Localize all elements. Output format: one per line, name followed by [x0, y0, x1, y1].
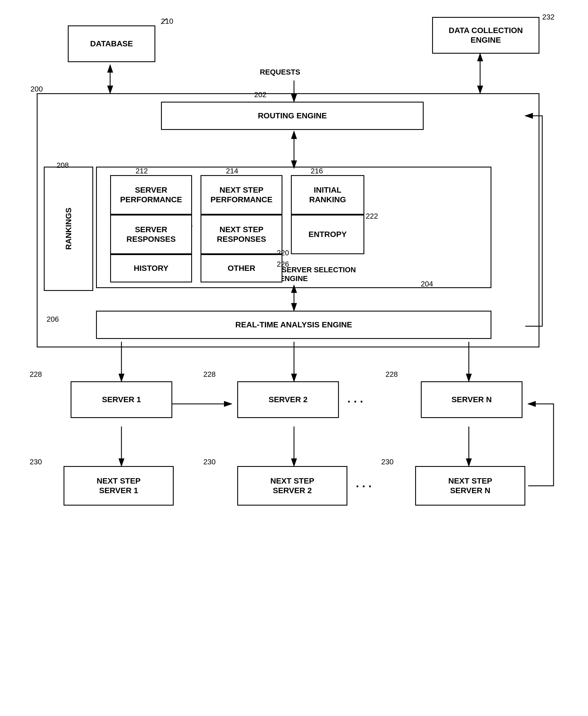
- ref-222: 222: [366, 212, 378, 220]
- ref-212: 212: [135, 167, 148, 175]
- ref-232: 232: [542, 13, 554, 21]
- ref-228c: 228: [385, 370, 398, 379]
- next-step-performance-box: NEXT STEPPERFORMANCE: [201, 175, 282, 215]
- entropy-box: ENTROPY: [291, 215, 364, 254]
- server2-box: SERVER 2: [237, 381, 339, 418]
- dots2: · · ·: [356, 480, 372, 493]
- ref-200: 200: [30, 85, 43, 93]
- diagram: 200 DATABASE 210 DATA COLLECTIONENGINE 2…: [0, 0, 588, 716]
- ref-202: 202: [254, 90, 266, 99]
- ref-230b: 230: [203, 458, 215, 466]
- next-step-serverN-box: NEXT STEPSERVER N: [415, 466, 525, 506]
- ref-230a: 230: [30, 458, 42, 466]
- ref-204: 204: [421, 280, 433, 288]
- database-box: DATABASE: [68, 25, 155, 62]
- ref-208: 208: [57, 161, 69, 170]
- data-collection-engine-box: DATA COLLECTIONENGINE: [432, 17, 540, 54]
- requests-label: REQUESTS: [260, 68, 300, 77]
- next-step-server1-box: NEXT STEPSERVER 1: [64, 466, 174, 506]
- next-step-responses-box: NEXT STEPRESPONSES: [201, 215, 282, 254]
- ref-228b: 228: [203, 370, 215, 379]
- ref-226: 226: [277, 260, 289, 269]
- ref-228a: 228: [30, 370, 42, 379]
- real-time-analysis-box: REAL-TIME ANALYSIS ENGINE: [96, 311, 491, 339]
- history-box: HISTORY: [110, 254, 192, 282]
- ref-214: 214: [226, 167, 238, 175]
- dots1: · · ·: [348, 395, 363, 408]
- server1-box: SERVER 1: [70, 381, 172, 418]
- serverN-box: SERVER N: [421, 381, 523, 418]
- next-step-server2-box: NEXT STEPSERVER 2: [237, 466, 348, 506]
- routing-engine-box: ROUTING ENGINE: [161, 102, 424, 130]
- other-box: OTHER: [201, 254, 282, 282]
- ref-216: 216: [311, 167, 323, 175]
- initial-ranking-box: INITIALRANKING: [291, 175, 364, 215]
- rankings-box: RANKINGS: [44, 167, 93, 291]
- svg-line-17: [161, 18, 167, 24]
- ref-206: 206: [47, 315, 59, 324]
- server-performance-box: SERVERPERFORMANCE: [110, 175, 192, 215]
- server-responses-box: SERVERRESPONSES: [110, 215, 192, 254]
- ref-230c: 230: [381, 458, 394, 466]
